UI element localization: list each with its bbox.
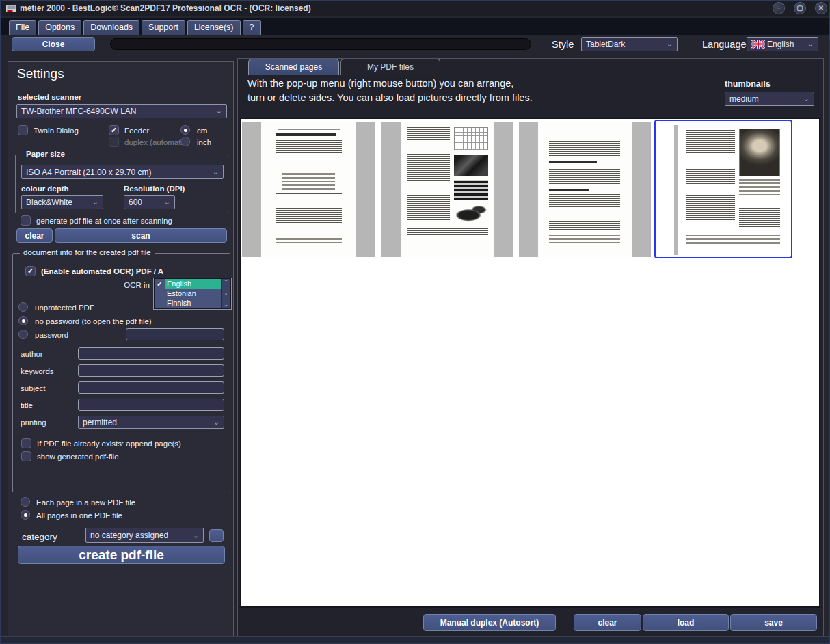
settings-heading: Settings: [17, 66, 64, 81]
close-button[interactable]: Close: [12, 37, 95, 51]
title-field[interactable]: [78, 399, 224, 411]
list-scrollbar[interactable]: [221, 279, 230, 308]
checkmark-icon: [155, 280, 165, 288]
paper-size-label: Paper size: [23, 150, 68, 158]
resolution-value: 600: [129, 198, 142, 207]
scroll-down-icon[interactable]: [224, 302, 228, 308]
colour-depth-value: Black&White: [26, 198, 72, 207]
app-window: métier 2000 - BestLogic® Scan2PDF17 Prof…: [0, 0, 830, 644]
list-item-estonian[interactable]: Estonian: [155, 289, 221, 298]
save-button[interactable]: save: [730, 614, 817, 631]
paper-size-group: Paper size ISO A4 Portrait (21.00 x 29.7…: [15, 155, 228, 213]
thumbnails-size-value: medium: [729, 94, 759, 104]
minimize-icon[interactable]: –: [773, 2, 785, 14]
language-select[interactable]: English: [747, 37, 818, 51]
append-pages-checkbox[interactable]: [21, 438, 31, 448]
figure-table: [454, 127, 488, 150]
keywords-field[interactable]: [78, 364, 224, 377]
style-select[interactable]: TabletDark: [581, 37, 678, 51]
list-item-english[interactable]: English: [155, 279, 221, 289]
generate-pdf-checkbox[interactable]: [21, 215, 31, 226]
menu-support[interactable]: Support: [142, 20, 185, 35]
chevron-down-icon: [216, 107, 222, 115]
create-pdf-button[interactable]: create pdf-file: [18, 546, 225, 564]
no-password-radio[interactable]: [18, 316, 28, 325]
inch-radio[interactable]: [180, 137, 190, 146]
thumbnails-label: thumbnails: [725, 79, 771, 89]
clear-pages-button[interactable]: clear: [574, 614, 641, 631]
category-browse-button[interactable]: [209, 529, 224, 542]
scanned-page-thumbnail-2[interactable]: [381, 122, 513, 257]
list-item-finnish[interactable]: Finnish: [155, 298, 221, 308]
menu-options[interactable]: Options: [38, 20, 81, 35]
maximize-icon[interactable]: ▢: [794, 2, 806, 14]
scan-edge: [356, 122, 375, 257]
load-button[interactable]: load: [643, 614, 729, 631]
no-password-label: no password (to open the pdf file): [35, 317, 152, 325]
style-label: Style: [552, 39, 574, 50]
scan-edge: [381, 122, 401, 257]
scanner-select[interactable]: TW-Brother MFC-6490CW LAN: [16, 104, 227, 118]
resolution-select[interactable]: 600: [124, 195, 175, 209]
author-field[interactable]: [78, 347, 224, 360]
scanned-page-thumbnail-1[interactable]: [242, 122, 375, 257]
scanned-page-thumbnail-3[interactable]: [519, 122, 651, 257]
printing-label: printing: [21, 418, 46, 427]
manual-duplex-button[interactable]: Manual duplex (Autosort): [423, 614, 556, 631]
menu-licenses[interactable]: License(s): [187, 20, 241, 35]
category-select[interactable]: no category assigned: [85, 528, 204, 543]
scanned-pages-canvas[interactable]: [240, 118, 820, 607]
paper-size-select[interactable]: ISO A4 Portrait (21.00 x 29.70 cm): [21, 165, 224, 179]
instruction-line-1: With the pop-up menu (right mouse button…: [247, 78, 513, 89]
scanned-page-thumbnail-4-selected[interactable]: [654, 120, 792, 258]
show-generated-checkbox[interactable]: [21, 451, 31, 461]
ocr-language-list[interactable]: English Estonian Finnish: [154, 278, 231, 309]
category-label: category: [22, 532, 57, 542]
password-field[interactable]: [126, 328, 224, 340]
close-icon[interactable]: ✕: [815, 2, 827, 14]
colour-depth-select[interactable]: Black&White: [21, 195, 103, 209]
chevron-down-icon: [213, 418, 219, 426]
scanner-value: TW-Brother MFC-6490CW LAN: [21, 107, 136, 116]
clear-scan-button[interactable]: clear: [16, 228, 53, 243]
subject-field[interactable]: [78, 381, 224, 394]
each-page-radio[interactable]: [21, 497, 30, 507]
chevron-down-icon: [193, 532, 199, 539]
cm-label: cm: [197, 126, 207, 135]
password-radio[interactable]: [18, 330, 28, 339]
page-content: [401, 122, 494, 257]
selected-scanner-label: selected scanner: [18, 93, 81, 101]
divider: [8, 524, 233, 524]
page-content: [682, 126, 784, 254]
scroll-up-icon[interactable]: [224, 280, 228, 285]
chevron-down-icon: [803, 95, 809, 103]
twain-dialog-checkbox[interactable]: [18, 125, 28, 135]
scan-edge: [519, 122, 538, 257]
scroll-thumb[interactable]: [225, 291, 228, 297]
cm-radio[interactable]: [180, 125, 190, 135]
unprotected-pdf-radio[interactable]: [18, 302, 28, 312]
printing-value: permitted: [83, 418, 117, 427]
menu-downloads[interactable]: Downloads: [83, 20, 139, 35]
scan-button[interactable]: scan: [55, 228, 227, 243]
document-info-label: document info for the created pdf file: [20, 248, 155, 256]
app-icon: [5, 3, 17, 14]
all-pages-label: All pages in one PDF file: [36, 511, 122, 520]
menu-file[interactable]: File: [9, 20, 36, 35]
resolution-label: Resolution (DPI): [124, 185, 185, 193]
printing-select[interactable]: permitted: [78, 416, 224, 429]
uk-flag-icon: [751, 40, 765, 49]
unprotected-pdf-label: unprotected PDF: [35, 304, 94, 312]
twain-dialog-label: Twain Dialog: [34, 126, 79, 135]
all-pages-radio[interactable]: [21, 510, 30, 520]
figure-portrait: [739, 129, 780, 176]
tab-my-pdf-files[interactable]: My PDF files: [340, 59, 440, 75]
title-bar[interactable]: métier 2000 - BestLogic® Scan2PDF17 Prof…: [1, 1, 829, 16]
category-value: no category assigned: [90, 531, 168, 540]
inch-label: inch: [197, 138, 211, 146]
menu-help[interactable]: ?: [243, 20, 261, 35]
feeder-checkbox[interactable]: [109, 125, 119, 135]
thumbnails-size-select[interactable]: medium: [725, 92, 814, 106]
enable-ocr-checkbox[interactable]: [25, 266, 36, 276]
tab-scanned-pages[interactable]: Scanned pages: [248, 59, 339, 75]
